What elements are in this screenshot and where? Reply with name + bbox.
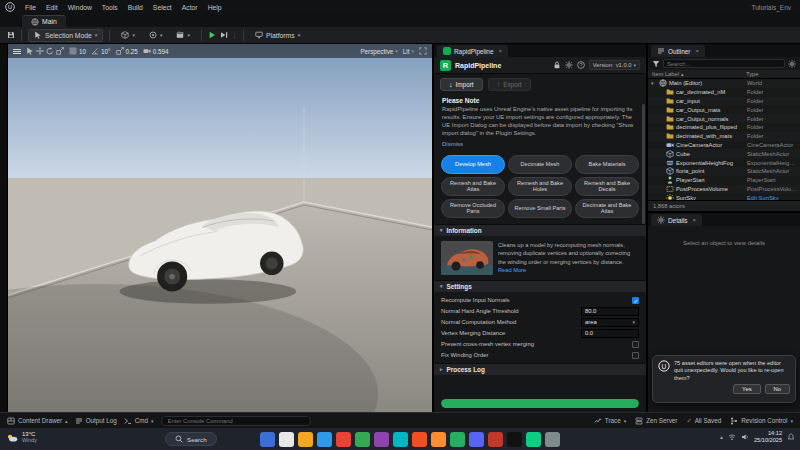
setting-checkbox[interactable] (632, 352, 639, 359)
menu-help[interactable]: Help (203, 4, 227, 11)
help-icon[interactable]: ? (577, 61, 585, 69)
level-viewport[interactable]: 10 10° 0.25 0.594 Perspective ▾ Lit ▾ (8, 44, 432, 412)
content-drawer-button[interactable]: Content Drawer ▴ (7, 417, 68, 425)
op-remesh-and-bake-atlas-button[interactable]: Remesh and Bake Atlas (441, 177, 505, 196)
notification-no-button[interactable]: No (765, 384, 790, 394)
op-decimate-mesh-button[interactable]: Decimate Mesh (508, 155, 572, 174)
gear-icon[interactable] (565, 61, 573, 69)
menu-tools[interactable]: Tools (97, 4, 123, 11)
filter-icon[interactable] (652, 60, 660, 68)
tree-expand-icon[interactable]: ▾ (651, 80, 657, 86)
setting-checkbox[interactable] (632, 297, 639, 304)
op-bake-materials-button[interactable]: Bake Materials (575, 155, 639, 174)
taskbar-clock[interactable]: 14:12 25/10/2025 (754, 430, 782, 444)
outliner-row-decimated-with-mats[interactable]: decimated_with_matsFolder (648, 132, 800, 141)
output-log-button[interactable]: Output Log (75, 417, 117, 425)
information-section-header[interactable]: ▾ Information (434, 224, 646, 236)
outliner-row-postprocessvolume[interactable]: PostProcessVolumePostProcessVolume (648, 185, 800, 194)
taskbar-search[interactable]: Search (165, 432, 217, 446)
op-remove-occluded-parts-button[interactable]: Remove Occluded Parts (441, 199, 505, 218)
process-log-section-header[interactable]: ▸ Process Log (434, 363, 646, 375)
taskbar-app-icon-13[interactable] (488, 432, 503, 447)
grid-snap-control[interactable]: 10 (69, 47, 86, 55)
close-icon[interactable]: × (691, 217, 697, 223)
menu-window[interactable]: Window (63, 4, 97, 11)
platforms-dropdown[interactable]: Platforms ▾ (250, 29, 305, 42)
version-dropdown[interactable]: Version: v1.0.0 ▾ (589, 60, 640, 70)
taskbar-app-icon-9[interactable] (412, 432, 427, 447)
blueprints-button[interactable]: ▾ (144, 29, 168, 42)
trace-dropdown[interactable]: Trace ▾ (594, 417, 626, 425)
notification-yes-button[interactable]: Yes (733, 384, 760, 394)
taskbar-app-icon-7[interactable] (374, 432, 389, 447)
outliner-row-car-output-mats[interactable]: car_Output_matsFolder (648, 105, 800, 114)
play-button[interactable] (208, 31, 216, 39)
lock-icon[interactable] (553, 61, 561, 69)
scale-tool-icon[interactable] (56, 47, 64, 55)
scale-snap-control[interactable]: 0.25 (116, 47, 138, 55)
outliner-row-car-input[interactable]: car_inputFolder (648, 97, 800, 106)
tab-rapidpipeline[interactable]: RapidPipeline × (437, 45, 508, 57)
cinematics-button[interactable]: ▾ (171, 29, 195, 42)
save-status[interactable]: ✓ All Saved (686, 417, 721, 424)
taskbar-app-icon-16[interactable] (545, 432, 560, 447)
op-remesh-and-bake-holes-button[interactable]: Remesh and Bake Holes (508, 177, 572, 196)
outliner-row-cinecameraactor[interactable]: CineCameraActorCineCameraActor (648, 141, 800, 150)
notifications-icon[interactable] (787, 433, 795, 441)
zen-server-status[interactable]: Zen Server (635, 417, 677, 425)
taskbar-weather-widget[interactable]: 13°C Windy (6, 431, 37, 444)
skip-frame-button[interactable] (220, 31, 228, 39)
taskbar-app-icon-14[interactable] (507, 432, 522, 447)
wifi-icon[interactable] (728, 433, 736, 441)
view-mode-dropdown[interactable]: Lit ▾ (403, 48, 414, 55)
taskbar-app-icon-3[interactable] (298, 432, 313, 447)
taskbar-app-icon-2[interactable] (279, 432, 294, 447)
outliner-row-car-decimated-nm[interactable]: car_decimated_nMFolder (648, 88, 800, 97)
taskbar-app-icon-5[interactable] (336, 432, 351, 447)
save-icon[interactable] (7, 31, 15, 39)
panel-scrollbar[interactable] (642, 104, 645, 224)
taskbar-app-icon-4[interactable] (317, 432, 332, 447)
menu-file[interactable]: File (20, 4, 41, 11)
setting-checkbox[interactable] (632, 341, 639, 348)
unreal-logo-icon[interactable]: U (5, 2, 15, 12)
taskbar-app-icon-15[interactable] (526, 432, 541, 447)
outliner-search-input[interactable] (663, 59, 785, 68)
outliner-row-decimated-plus-flipped[interactable]: decimated_plus_flippedFolder (648, 123, 800, 132)
taskbar-app-icon-12[interactable] (469, 432, 484, 447)
menu-edit[interactable]: Edit (41, 4, 63, 11)
tray-chevron-up-icon[interactable]: ▴ (720, 433, 723, 440)
menu-build[interactable]: Build (123, 4, 148, 11)
menu-actor[interactable]: Actor (177, 4, 203, 11)
settings-section-header[interactable]: ▾ Settings (434, 280, 646, 292)
op-remove-small-parts-button[interactable]: Remove Small Parts (508, 199, 572, 218)
rotate-tool-icon[interactable] (46, 47, 54, 55)
import-button[interactable]: ↓ Import (440, 78, 483, 91)
outliner-row-playerstart[interactable]: PlayerStartPlayerStart (648, 176, 800, 185)
angle-snap-control[interactable]: 10° (91, 47, 111, 55)
viewport-menu-icon[interactable] (13, 49, 21, 54)
taskbar-app-icon-6[interactable] (355, 432, 370, 447)
console-command-input[interactable] (161, 416, 311, 426)
mode-dropdown[interactable]: Selection Mode ▾ (28, 29, 103, 42)
taskbar-app-icon-1[interactable] (260, 432, 275, 447)
taskbar-app-icon-10[interactable] (431, 432, 446, 447)
outliner-settings-icon[interactable] (788, 60, 796, 68)
camera-speed-control[interactable]: 0.594 (143, 47, 169, 55)
dismiss-link[interactable]: Dismiss (442, 141, 463, 147)
setting-input[interactable]: 80.0 (581, 307, 639, 316)
column-type[interactable]: Type (746, 71, 796, 77)
menu-select[interactable]: Select (148, 4, 177, 11)
add-content-button[interactable]: ▾ (116, 29, 140, 42)
taskbar-app-icon-8[interactable] (393, 432, 408, 447)
revision-control-button[interactable]: Revision Control ▾ (730, 417, 793, 425)
volume-icon[interactable] (741, 433, 749, 441)
tab-details[interactable]: Details × (651, 214, 702, 226)
setting-input[interactable]: 0.0 (581, 329, 639, 338)
column-item-label[interactable]: Item Label ▴ (652, 71, 746, 77)
outliner-row-floria-point[interactable]: floria_pointStaticMeshActor (648, 167, 800, 176)
op-decimate-and-bake-atlas-button[interactable]: Decimate and Bake Atlas (575, 199, 639, 218)
read-more-link[interactable]: Read More (498, 267, 526, 273)
tab-outliner[interactable]: Outliner × (651, 45, 705, 57)
outliner-row-cube[interactable]: CubeStaticMeshActor (648, 149, 800, 158)
